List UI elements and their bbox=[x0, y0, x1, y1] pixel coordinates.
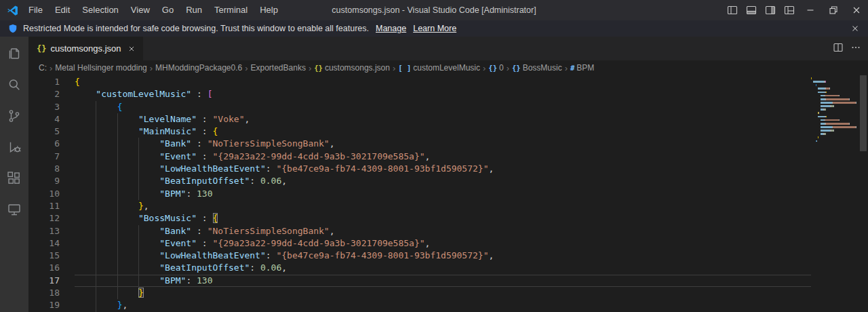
code-text[interactable]: "BPM": 130 bbox=[75, 188, 811, 200]
line-number[interactable]: 13 bbox=[28, 225, 60, 237]
menu-view[interactable]: View bbox=[125, 0, 156, 20]
code-line-7[interactable]: 7 "Event" : "{29a23a22-99dd-4cdd-9a3b-30… bbox=[28, 151, 868, 163]
toggle-panel-icon[interactable] bbox=[742, 0, 761, 20]
code-line-8[interactable]: 8 "LowHealthBeatEvent": "{be47ce9a-fb74-… bbox=[28, 163, 868, 175]
code-text[interactable]: "Bank" : "NoTiersSimpleSongBank", bbox=[75, 138, 811, 150]
code-line-6[interactable]: 6 "Bank" : "NoTiersSimpleSongBank", bbox=[28, 138, 868, 150]
breadcrumb-item[interactable]: {}customsongs.json bbox=[314, 63, 390, 73]
line-number[interactable]: 12 bbox=[28, 212, 60, 225]
activity-search[interactable] bbox=[0, 69, 28, 100]
code-text[interactable]: "Event" : "{29a23a22-99dd-4cdd-9a3b-3021… bbox=[75, 237, 811, 250]
close-window-button[interactable] bbox=[845, 0, 868, 20]
line-number[interactable]: 15 bbox=[28, 250, 60, 262]
minimize-button[interactable] bbox=[799, 0, 822, 20]
activity-run-debug[interactable] bbox=[0, 132, 28, 163]
breadcrumb-item[interactable]: C: bbox=[39, 63, 47, 73]
code-text[interactable]: "BeatInputOffset": 0.06, bbox=[75, 262, 811, 274]
breadcrumb-item[interactable]: MHModdingPackage0.6 bbox=[155, 63, 242, 73]
line-number[interactable]: 14 bbox=[28, 237, 60, 250]
code-line-4[interactable]: 4 "LevelName" : "Voke", bbox=[28, 113, 868, 125]
code-text[interactable]: "customLevelMusic" : [ bbox=[75, 88, 811, 100]
code-text[interactable]: { bbox=[75, 101, 811, 113]
code-text[interactable]: }, bbox=[75, 200, 811, 212]
activity-extensions[interactable] bbox=[0, 163, 28, 194]
split-editor-icon[interactable] bbox=[833, 42, 844, 56]
code-line-15[interactable]: 15 "LowHealthBeatEvent": "{be47ce9a-fb74… bbox=[28, 250, 868, 262]
code-line-12[interactable]: 12 "BossMusic" : { bbox=[28, 212, 868, 225]
code-line-10[interactable]: 10 "BPM": 130 bbox=[28, 188, 868, 200]
code-text[interactable]: "LowHealthBeatEvent": "{be47ce9a-fb74-43… bbox=[75, 163, 811, 175]
code-line-13[interactable]: 13 "Bank" : "NoTiersSimpleSongBank", bbox=[28, 225, 868, 237]
code-text[interactable]: "MainMusic" : { bbox=[75, 125, 811, 138]
code-line-3[interactable]: 3 { bbox=[28, 101, 868, 113]
line-number[interactable]: 17 bbox=[28, 275, 60, 287]
line-number[interactable]: 10 bbox=[28, 188, 60, 200]
toggle-sidebar-icon[interactable] bbox=[723, 0, 742, 20]
code-line-14[interactable]: 14 "Event" : "{29a23a22-99dd-4cdd-9a3b-3… bbox=[28, 237, 868, 250]
line-number[interactable]: 1 bbox=[28, 76, 60, 88]
code-text[interactable]: "BPM": 130 bbox=[75, 275, 811, 287]
vscode-logo-icon bbox=[7, 5, 18, 16]
line-number[interactable]: 8 bbox=[28, 163, 60, 175]
code-text[interactable]: "Event" : "{29a23a22-99dd-4cdd-9a3b-3021… bbox=[75, 151, 811, 163]
line-number[interactable]: 11 bbox=[28, 200, 60, 212]
more-actions-icon[interactable] bbox=[850, 42, 861, 56]
manage-link[interactable]: Manage bbox=[376, 24, 406, 33]
scrollbar-thumb[interactable] bbox=[860, 75, 867, 151]
line-number[interactable]: 18 bbox=[28, 287, 60, 299]
code-text[interactable]: "BossMusic" : { bbox=[75, 212, 811, 225]
menu-selection[interactable]: Selection bbox=[76, 0, 124, 20]
code-line-17[interactable]: 17 "BPM": 130 bbox=[28, 275, 868, 287]
code-text[interactable]: "LowHealthBeatEvent": "{be47ce9a-fb74-43… bbox=[75, 250, 811, 262]
code-text[interactable]: "Bank" : "NoTiersSimpleSongBank", bbox=[75, 225, 811, 237]
breadcrumb-item[interactable]: ExportedBanks bbox=[251, 63, 306, 73]
code-editor[interactable]: 1{2 "customLevelMusic" : [3 {4 "LevelNam… bbox=[28, 76, 868, 312]
customize-layout-icon[interactable] bbox=[780, 0, 799, 20]
code-text[interactable]: } bbox=[75, 287, 811, 299]
line-number[interactable]: 4 bbox=[28, 113, 60, 125]
restore-button[interactable] bbox=[822, 0, 845, 20]
code-line-16[interactable]: 16 "BeatInputOffset": 0.06, bbox=[28, 262, 868, 274]
code-text[interactable]: }, bbox=[75, 299, 811, 311]
toggle-secondary-sidebar-icon[interactable] bbox=[761, 0, 780, 20]
menu-file[interactable]: File bbox=[22, 0, 49, 20]
menu-run[interactable]: Run bbox=[180, 0, 208, 20]
learn-more-link[interactable]: Learn More bbox=[413, 24, 456, 33]
tab-customsongs-json[interactable]: {} customsongs.json bbox=[28, 37, 143, 60]
line-number[interactable]: 16 bbox=[28, 262, 60, 274]
line-number[interactable]: 7 bbox=[28, 151, 60, 163]
indent-guide bbox=[117, 275, 118, 287]
line-number[interactable]: 2 bbox=[28, 88, 60, 100]
breadcrumb-item[interactable]: {}BossMusic bbox=[512, 63, 562, 73]
line-number[interactable]: 6 bbox=[28, 138, 60, 150]
code-line-11[interactable]: 11 }, bbox=[28, 200, 868, 212]
breadcrumb-item[interactable]: [ ]customLevelMusic bbox=[398, 63, 480, 73]
line-number[interactable]: 5 bbox=[28, 125, 60, 138]
activity-source-control[interactable] bbox=[0, 100, 28, 132]
code-line-2[interactable]: 2 "customLevelMusic" : [ bbox=[28, 88, 868, 100]
code-text[interactable]: "LevelName" : "Voke", bbox=[75, 113, 811, 125]
code-line-19[interactable]: 19 }, bbox=[28, 299, 868, 311]
breadcrumb-item[interactable]: Metal Hellsinger modding bbox=[55, 63, 146, 73]
code-text[interactable]: "BeatInputOffset": 0.06, bbox=[75, 175, 811, 187]
menu-go[interactable]: Go bbox=[156, 0, 180, 20]
code-line-18[interactable]: 18 } bbox=[28, 287, 868, 299]
menu-terminal[interactable]: Terminal bbox=[208, 0, 254, 20]
line-number[interactable]: 19 bbox=[28, 299, 60, 311]
breadcrumb-item[interactable]: #BPM bbox=[570, 63, 594, 73]
menu-edit[interactable]: Edit bbox=[49, 0, 76, 20]
menu-help[interactable]: Help bbox=[254, 0, 284, 20]
code-line-1[interactable]: 1{ bbox=[28, 76, 868, 88]
minimap[interactable] bbox=[811, 77, 859, 144]
activity-remote-explorer[interactable] bbox=[0, 194, 28, 225]
code-text[interactable]: { bbox=[75, 76, 811, 88]
line-number[interactable]: 9 bbox=[28, 175, 60, 187]
breadcrumb-item[interactable]: {}0 bbox=[488, 63, 503, 73]
code-line-9[interactable]: 9 "BeatInputOffset": 0.06, bbox=[28, 175, 868, 187]
banner-close-icon[interactable] bbox=[850, 24, 860, 33]
code-line-5[interactable]: 5 "MainMusic" : { bbox=[28, 125, 868, 138]
activity-explorer[interactable] bbox=[0, 38, 28, 69]
line-number[interactable]: 3 bbox=[28, 101, 60, 113]
indent-guide bbox=[117, 125, 118, 138]
tab-close-icon[interactable] bbox=[127, 44, 136, 54]
